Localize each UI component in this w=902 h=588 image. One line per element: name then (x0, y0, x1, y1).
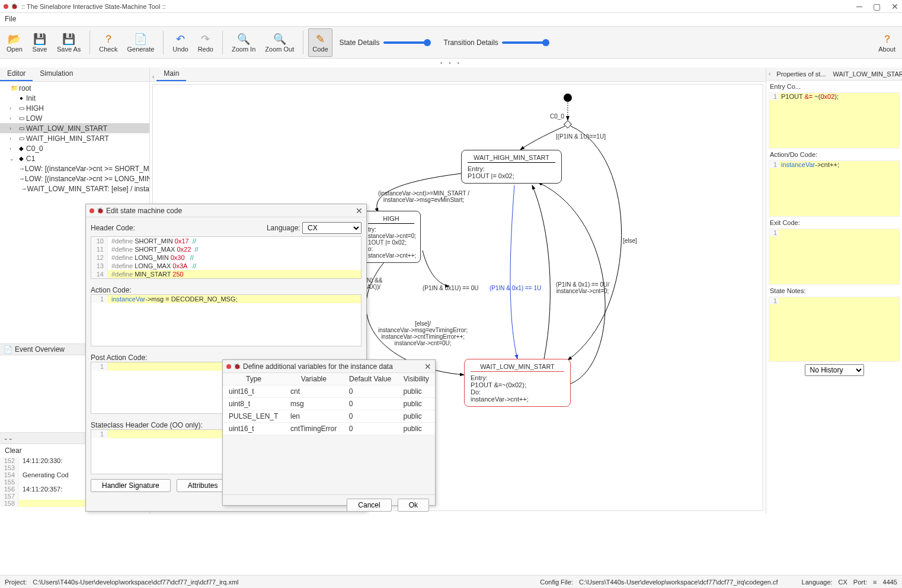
state-icon: ▭ (17, 135, 26, 142)
col-default[interactable]: Default Value (343, 373, 398, 385)
redo-button[interactable]: ↷Redo (194, 28, 217, 57)
tab-simulation[interactable]: Simulation (33, 67, 80, 81)
diagram-label-minstart: (instanceVar->cnt)>=MIN_START / instance… (378, 190, 469, 203)
diagram-guard-p1in1u: [(P1IN & 1U)==1U] (556, 133, 606, 140)
handler-signature-button[interactable]: Handler Signature (91, 479, 171, 492)
generate-button[interactable]: 📄Generate (123, 28, 158, 57)
tree-root[interactable]: 📁root (0, 83, 149, 93)
header-code-label: Header Code: (91, 224, 135, 232)
entry-code-box[interactable]: 1P1OUT &= ~(0x02); (769, 92, 900, 149)
minimize-button[interactable]: ─ (856, 2, 862, 11)
state-details-slider[interactable]: State Details (340, 38, 431, 47)
menu-file[interactable]: File (5, 15, 16, 23)
redo-icon: ↷ (201, 33, 210, 46)
zoom-in-button[interactable]: 🔍Zoom In (228, 28, 260, 57)
generate-icon: 📄 (134, 33, 147, 46)
code-button[interactable]: ✎Code (308, 28, 332, 57)
properties-title: Properties of st... (773, 70, 829, 78)
exit-code-box[interactable]: 1 (769, 229, 900, 285)
state-wait-low-min-start[interactable]: WAIT_LOW_MIN_START Entry: P1OUT &=~(0x02… (464, 359, 571, 407)
col-variable[interactable]: Variable (284, 373, 343, 385)
save-button[interactable]: 💾Save (28, 28, 52, 57)
choice-node-c00[interactable] (564, 120, 572, 128)
state-icon: ▭ (17, 115, 26, 121)
tree-item-c1-a[interactable]: →LOW: [(instanceVar->cnt >= SHORT_MI (0, 163, 149, 173)
header-code-editor[interactable]: 10#define SHORT_MIN 0x17 //11#define SHO… (91, 236, 362, 279)
transition-icon: → (21, 185, 27, 192)
open-button[interactable]: 📂Open (2, 28, 27, 57)
close-icon[interactable]: ✕ (356, 206, 363, 216)
table-row[interactable]: uint16_tcnt0public (223, 385, 435, 398)
undo-button[interactable]: ↶Undo (168, 28, 192, 57)
language-label: Language: (267, 224, 300, 232)
state-high[interactable]: HIGH try: stanceVar->cnt=0; 1OUT |= 0x02… (362, 211, 421, 263)
state-wait-high-min-start[interactable]: WAIT_HIGH_MIN_START Entry: P1OUT |= 0x02… (461, 150, 562, 184)
diagram-label-err: [else]/ instanceVar->msg=evTimingError; … (378, 320, 468, 346)
check-icon: ？ (103, 33, 114, 46)
doc-icon: 📄 (4, 345, 12, 354)
state-notes-box[interactable]: 1 (769, 297, 900, 362)
folder-icon: 📁 (9, 85, 19, 91)
code-row: 14#define MIN_START 250 (91, 270, 361, 278)
config-label: Config File: (540, 579, 573, 586)
zoom-out-button[interactable]: 🔍Zoom Out (261, 28, 298, 57)
tree-item-c00[interactable]: ›◆C0_0 (0, 143, 149, 153)
lang-value: CX (839, 579, 847, 586)
menu-bar: File (0, 13, 902, 26)
action-code-label: Action Code: (91, 286, 362, 294)
bug-icon: 🐞 (11, 3, 18, 9)
toolbar-grip[interactable]: • • • (0, 59, 902, 68)
code-row: 10#define SHORT_MIN 0x17 // (91, 237, 361, 245)
undo-icon: ↶ (176, 33, 185, 46)
window-title: :: The Sinelabore Interactive State-Mach… (21, 3, 856, 10)
tab-editor[interactable]: Editor (0, 67, 33, 81)
transition-details-slider[interactable]: Transition Details (444, 38, 549, 47)
tree-item-init[interactable]: ●Init (0, 93, 149, 103)
tree-item-high[interactable]: ›▭HIGH (0, 103, 149, 113)
close-icon[interactable]: ✕ (424, 362, 431, 371)
tree-item-c1[interactable]: ⌄◆C1 (0, 153, 149, 163)
action-do-box[interactable]: 1instanceVar->cnt++; (769, 160, 900, 217)
diagram-tabs: ‹ Main (150, 68, 766, 82)
window-titlebar: 🐞 :: The Sinelabore Interactive State-Ma… (0, 0, 902, 13)
transition-icon: → (19, 165, 25, 172)
tree-item-c1-b[interactable]: →LOW: [(instanceVar->cnt >= LONG_MIN (0, 173, 149, 184)
project-path: C:\Users\T440s-User\develop\workspace\dc… (33, 579, 238, 586)
dialog-title: Define additional variables for the inst… (243, 362, 393, 371)
language-select[interactable]: CX (302, 222, 362, 234)
tree-item-wlms[interactable]: ›▭WAIT_LOW_MIN_START (0, 123, 149, 133)
table-row[interactable]: PULSE_LEN_Tlen0public (223, 410, 435, 423)
port-label: Port: (853, 579, 867, 586)
table-row[interactable]: uint8_tmsg0public (223, 398, 435, 410)
tree-item-low[interactable]: ›▭LOW (0, 113, 149, 123)
initial-state-node[interactable] (564, 94, 572, 102)
close-button[interactable]: ✕ (891, 2, 898, 11)
ok-button[interactable]: Ok (398, 499, 429, 512)
cancel-button[interactable]: Cancel (347, 499, 391, 512)
col-type[interactable]: Type (223, 373, 284, 385)
tree-item-whms[interactable]: ›▭WAIT_HIGH_MIN_START (0, 133, 149, 143)
code-row: 11#define SHORT_MAX 0x22 // (91, 245, 361, 253)
about-button[interactable]: ？About (874, 28, 900, 57)
tab-main[interactable]: Main (156, 67, 186, 81)
dialog-title: Edit state machine code (106, 207, 182, 215)
attributes-button[interactable]: Attributes (177, 479, 229, 492)
check-button[interactable]: ？Check (95, 28, 121, 57)
state-details-label: State Details (340, 38, 380, 47)
tab-prev[interactable]: ‹ (150, 72, 156, 81)
properties-selected-name: WAIT_LOW_MIN_STAR (830, 70, 903, 78)
save-as-button[interactable]: 💾Save As (53, 28, 85, 57)
history-select[interactable]: No History (805, 364, 864, 376)
maximize-button[interactable]: ▢ (873, 2, 881, 11)
diagram-label-ax: IN) && AX))/ (365, 277, 382, 290)
properties-header: ‹ Properties of st... WAIT_LOW_MIN_STAR (766, 68, 902, 81)
status-bar: Project: C:\Users\T440s-User\develop\wor… (0, 575, 902, 588)
toolbar: 📂Open 💾Save 💾Save As ？Check 📄Generate ↶U… (0, 26, 902, 59)
about-icon: ？ (882, 33, 893, 46)
tree-item-c1-c[interactable]: →WAIT_LOW_MIN_START: [else] / insta (0, 184, 149, 194)
prop-prev[interactable]: ‹ (766, 69, 773, 78)
action-code-editor[interactable]: 1instanceVar->msg = DECODER_NO_MSG; (91, 294, 362, 346)
table-row[interactable]: uint16_tcntTimingError0public (223, 423, 435, 435)
port-icon: ≡ (873, 579, 877, 586)
col-visibility[interactable]: Visibility (397, 373, 435, 385)
